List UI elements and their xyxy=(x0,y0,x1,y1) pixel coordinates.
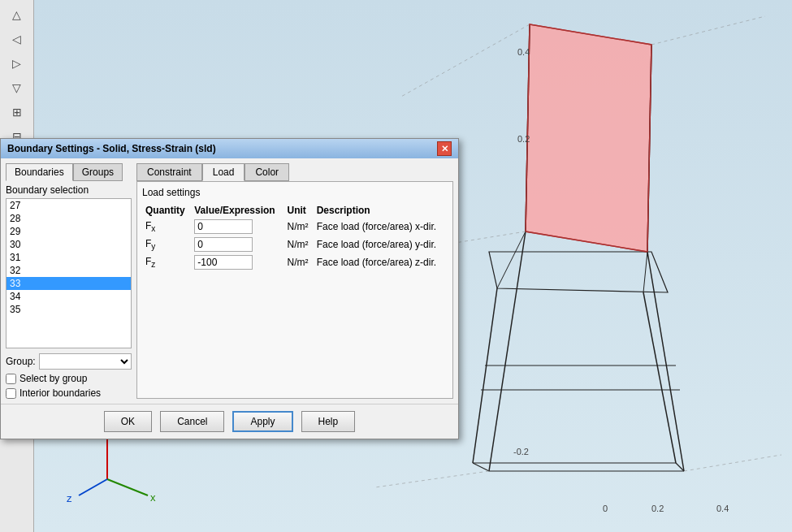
cancel-button[interactable]: Cancel xyxy=(160,411,224,432)
fz-input[interactable] xyxy=(194,255,253,270)
svg-marker-1 xyxy=(526,24,651,252)
close-button[interactable]: ✕ xyxy=(437,141,452,156)
list-item[interactable]: 30 xyxy=(6,238,131,251)
boundary-list[interactable]: 27 28 29 30 31 32 33 34 35 xyxy=(6,198,132,348)
svg-text:z: z xyxy=(67,492,72,504)
group-row: Group: xyxy=(6,353,132,370)
table-row: Fz N/m² Face load (force/area) z-dir. xyxy=(142,253,448,271)
desc-cell: Face load (force/area) z-dir. xyxy=(314,253,448,271)
table-row: Fy N/m² Face load (force/area) y-dir. xyxy=(142,236,448,253)
dialog-footer: OK Cancel Apply Help xyxy=(1,404,458,439)
right-content: Load settings Quantity Value/Expression … xyxy=(136,181,453,399)
right-tabs-row: Constraint Load Color xyxy=(136,163,453,181)
col-description: Description xyxy=(314,203,448,218)
group-select[interactable] xyxy=(39,353,132,370)
tab-color[interactable]: Color xyxy=(245,163,289,181)
help-button[interactable]: Help xyxy=(301,411,356,432)
left-panel: Boundaries Groups Boundary selection 27 … xyxy=(6,163,132,399)
list-item[interactable]: 27 xyxy=(6,199,131,212)
toolbar-icon-3[interactable]: ▷ xyxy=(6,52,28,75)
list-item-selected[interactable]: 33 xyxy=(6,277,131,290)
col-quantity: Quantity xyxy=(142,203,191,218)
unit-cell: N/m² xyxy=(284,218,314,236)
interior-boundaries-row: Interior boundaries xyxy=(6,387,132,399)
boundary-settings-dialog: Boundary Settings - Solid, Stress-Strain… xyxy=(0,138,459,439)
left-tabs-row: Boundaries Groups xyxy=(6,163,132,181)
group-label: Group: xyxy=(6,356,36,367)
dialog-titlebar: Boundary Settings - Solid, Stress-Strain… xyxy=(1,139,458,158)
toolbar-icon-4[interactable]: ▽ xyxy=(6,76,28,99)
apply-button[interactable]: Apply xyxy=(232,411,292,432)
toolbar-icon-1[interactable]: △ xyxy=(6,3,28,26)
subscript: z xyxy=(151,260,155,269)
interior-boundaries-label: Interior boundaries xyxy=(19,387,101,399)
subscript: y xyxy=(151,242,155,251)
unit-cell: N/m² xyxy=(284,236,314,253)
svg-text:0.4: 0.4 xyxy=(716,504,729,513)
svg-text:0.2: 0.2 xyxy=(651,504,664,513)
select-by-group-label: Select by group xyxy=(19,373,87,384)
value-cell xyxy=(191,253,283,271)
quantity-cell: Fz xyxy=(142,253,191,271)
toolbar-icon-5[interactable]: ⊞ xyxy=(6,101,28,123)
tab-load[interactable]: Load xyxy=(202,163,245,181)
right-panel: Constraint Load Color Load settings Quan… xyxy=(136,163,453,399)
subscript: x xyxy=(151,224,155,233)
select-by-group-row: Select by group xyxy=(6,373,132,384)
svg-text:x: x xyxy=(150,491,156,504)
load-settings-label: Load settings xyxy=(142,187,448,198)
svg-text:0: 0 xyxy=(603,504,608,513)
fy-input[interactable] xyxy=(194,237,253,252)
list-item[interactable]: 31 xyxy=(6,251,131,264)
list-item[interactable]: 32 xyxy=(6,264,131,277)
list-item[interactable]: 35 xyxy=(6,303,131,316)
desc-cell: Face load (force/area) y-dir. xyxy=(314,236,448,253)
dialog-title: Boundary Settings - Solid, Stress-Strain… xyxy=(7,143,216,154)
value-cell xyxy=(191,218,283,236)
list-item[interactable]: 29 xyxy=(6,225,131,238)
load-table: Quantity Value/Expression Unit Descripti… xyxy=(142,203,448,271)
select-by-group-checkbox[interactable] xyxy=(6,374,16,384)
col-unit: Unit xyxy=(284,203,314,218)
boundary-selection-label: Boundary selection xyxy=(6,184,132,196)
svg-text:-0.2: -0.2 xyxy=(513,447,529,456)
toolbar-icon-2[interactable]: ◁ xyxy=(6,28,28,50)
svg-text:0.2: 0.2 xyxy=(517,134,530,144)
col-value: Value/Expression xyxy=(191,203,283,218)
svg-text:0.4: 0.4 xyxy=(517,47,530,57)
quantity-cell: Fy xyxy=(142,236,191,253)
value-cell xyxy=(191,236,283,253)
tab-groups[interactable]: Groups xyxy=(73,163,123,181)
fx-input[interactable] xyxy=(194,219,253,234)
ok-button[interactable]: OK xyxy=(104,411,152,432)
interior-boundaries-checkbox[interactable] xyxy=(6,388,16,399)
list-item[interactable]: 34 xyxy=(6,290,131,303)
desc-cell: Face load (force/area) x-dir. xyxy=(314,218,448,236)
dialog-body: Boundaries Groups Boundary selection 27 … xyxy=(1,158,458,404)
table-row: Fx N/m² Face load (force/area) x-dir. xyxy=(142,218,448,236)
list-item[interactable]: 28 xyxy=(6,212,131,225)
unit-cell: N/m² xyxy=(284,253,314,271)
quantity-cell: Fx xyxy=(142,218,191,236)
tab-constraint[interactable]: Constraint xyxy=(136,163,202,181)
tab-boundaries[interactable]: Boundaries xyxy=(6,163,73,181)
